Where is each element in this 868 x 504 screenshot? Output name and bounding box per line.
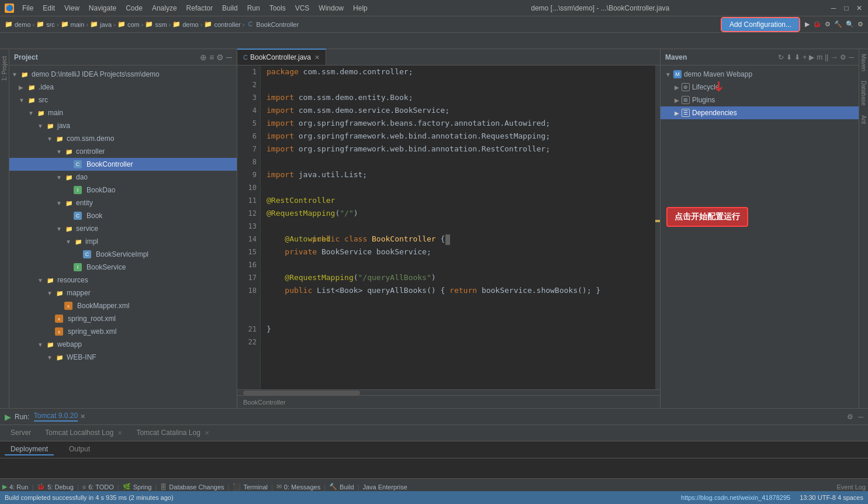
toolbar-eventlog-btn[interactable]: Event Log xyxy=(836,484,866,491)
menu-file[interactable]: File xyxy=(19,3,37,13)
settings-icon[interactable]: ⚙ xyxy=(216,53,224,62)
maven-run-icon[interactable]: ▶ xyxy=(809,53,814,61)
toolbar-todo-btn[interactable]: 6: TODO xyxy=(88,484,114,491)
maven-settings-icon[interactable]: ⚙ xyxy=(840,53,846,61)
bottom-tab-server[interactable]: Server xyxy=(5,427,37,439)
menu-help[interactable]: Help xyxy=(350,3,371,13)
menu-view[interactable]: View xyxy=(61,3,83,13)
subtab-output[interactable]: Output xyxy=(63,444,96,455)
toolbar-run-icon[interactable]: ▶ xyxy=(2,483,7,491)
maven-item-webapp[interactable]: ▼ M demo Maven Webapp xyxy=(660,68,859,81)
window-controls[interactable]: ─ □ ✕ xyxy=(829,4,863,12)
menu-build[interactable]: Build xyxy=(219,3,241,13)
toolbar-debug-icon[interactable]: 🐞 xyxy=(37,483,45,491)
tree-item-mapper[interactable]: ▼ 📁 mapper xyxy=(9,286,237,299)
run-play-icon[interactable]: ▶ xyxy=(5,412,11,422)
tree-item-bookmapper-xml[interactable]: x BookMapper.xml xyxy=(9,299,237,312)
debug-button[interactable]: 🐞 xyxy=(813,20,821,28)
side-tab-database[interactable]: Database xyxy=(859,76,868,111)
tree-item-main[interactable]: ▼ 📁 main xyxy=(9,106,237,119)
run-minimize-icon[interactable]: ─ xyxy=(858,413,863,421)
maven-close-icon[interactable]: ─ xyxy=(849,53,854,61)
minimize-button[interactable]: ─ xyxy=(829,4,838,12)
toolbar-spring-btn[interactable]: Spring xyxy=(133,484,152,491)
maven-m-icon[interactable]: m xyxy=(817,53,822,61)
breadcrumb-src[interactable]: src xyxy=(46,21,55,28)
code-content[interactable]: package com.ssm.demo.controller; import … xyxy=(261,65,660,389)
close-button[interactable]: ✕ xyxy=(855,4,863,12)
maven-item-plugins[interactable]: ▶ ⊞ Plugins xyxy=(660,94,859,106)
bottom-tab-tomcat-catalina[interactable]: Tomcat Catalina Log ✕ xyxy=(130,427,215,439)
maven-refresh-icon[interactable]: ↻ xyxy=(778,53,784,61)
menu-bar[interactable]: File Edit View Navigate Code Analyze Ref… xyxy=(19,3,371,13)
menu-tools[interactable]: Tools xyxy=(266,3,289,13)
menu-refactor[interactable]: Refactor xyxy=(183,3,216,13)
toolbar-run-btn[interactable]: 4: Run xyxy=(9,484,28,491)
side-tab-ant[interactable]: Ant xyxy=(859,111,868,129)
tree-item-bookcontroller[interactable]: C BookController xyxy=(9,158,237,171)
subtab-deployment[interactable]: Deployment xyxy=(5,444,54,455)
menu-analyze[interactable]: Analyze xyxy=(148,3,181,13)
maven-download-icon[interactable]: ⬇ xyxy=(786,53,792,61)
bottom-tab-localhost-close[interactable]: ✕ xyxy=(117,430,122,436)
tree-item-entity[interactable]: ▼ 📁 entity xyxy=(9,196,237,209)
tree-item-webapp[interactable]: ▼ 📁 webapp xyxy=(9,338,237,351)
toolbar-terminal-btn[interactable]: Terminal xyxy=(243,484,268,491)
tree-item-service[interactable]: ▼ 📁 service xyxy=(9,222,237,235)
gear-icon[interactable]: ≡ xyxy=(209,53,214,62)
breadcrumb-controller[interactable]: controller xyxy=(214,21,240,28)
tab-close-icon[interactable]: ✕ xyxy=(314,54,320,61)
breadcrumb-class[interactable]: BookController xyxy=(256,21,299,28)
menu-code[interactable]: Code xyxy=(122,3,146,13)
tree-item-dao[interactable]: ▼ 📁 dao xyxy=(9,171,237,184)
breadcrumb-main[interactable]: main xyxy=(71,21,85,28)
maven-collapse-icon[interactable]: → xyxy=(831,53,838,61)
toolbar-debug-btn[interactable]: 5: Debug xyxy=(47,484,74,491)
menu-edit[interactable]: Edit xyxy=(39,3,58,13)
tree-item-com-ssm-demo[interactable]: ▼ 📁 com.ssm.demo xyxy=(9,132,237,145)
breadcrumb-java[interactable]: java xyxy=(100,21,112,28)
tree-item-controller[interactable]: ▼ 📁 controller xyxy=(9,145,237,158)
maven-item-lifecycle[interactable]: ▶ ⊚ Lifecycle xyxy=(660,81,859,94)
breadcrumb-com[interactable]: com xyxy=(127,21,140,28)
run-config-button[interactable]: ⚙ xyxy=(825,20,831,28)
bottom-tab-catalina-close[interactable]: ✕ xyxy=(205,430,209,436)
toolbar-messages-btn[interactable]: 0: Messages xyxy=(284,484,320,491)
build-button[interactable]: 🔨 xyxy=(834,20,842,28)
tree-item-demo-root[interactable]: ▼ 📁 demo D:\IntelliJ IDEA Projects\ssm\d… xyxy=(9,68,237,81)
tree-item-bookserviceimpl[interactable]: C BookServiceImpl xyxy=(9,248,237,261)
add-configuration-button[interactable]: Add Configuration... xyxy=(722,18,799,31)
project-panel-icons[interactable]: ⊕ ≡ ⚙ ─ xyxy=(200,53,232,62)
tree-item-spring-root-xml[interactable]: x spring_root.xml xyxy=(9,312,237,325)
breadcrumb-ssm[interactable]: ssm xyxy=(155,21,167,28)
maven-item-dependencies[interactable]: ▶ ☰ Dependencies xyxy=(660,106,859,119)
settings-button[interactable]: ⚙ xyxy=(857,20,863,28)
run-button[interactable]: ▶ xyxy=(805,20,810,28)
breadcrumb-demo[interactable]: demo xyxy=(15,21,31,28)
run-tab-close-icon[interactable]: ✕ xyxy=(80,413,85,420)
sidebar-tab-project[interactable]: 1: Project xyxy=(1,56,8,81)
side-tab-maven[interactable]: Maven xyxy=(859,49,868,76)
search-everywhere-button[interactable]: 🔍 xyxy=(846,20,854,28)
menu-window[interactable]: Window xyxy=(315,3,347,13)
toolbar-dbchanges-btn[interactable]: Database Changes xyxy=(169,484,224,491)
tab-bookcontroller[interactable]: C BookController.java ✕ xyxy=(237,49,326,65)
scrollbar-thumb[interactable] xyxy=(243,391,360,395)
run-settings-icon[interactable]: ⚙ xyxy=(847,413,853,421)
tree-item-impl[interactable]: ▼ 📁 impl xyxy=(9,235,237,248)
menu-vcs[interactable]: VCS xyxy=(292,3,313,13)
minimize-panel-icon[interactable]: ─ xyxy=(226,53,232,62)
bottom-tab-tomcat-localhost[interactable]: Tomcat Localhost Log ✕ xyxy=(39,427,128,439)
breadcrumb-demo2[interactable]: demo xyxy=(182,21,199,28)
run-tomcat-tab[interactable]: Tomcat 9.0.20 xyxy=(34,412,78,422)
tree-item-resources[interactable]: ▼ 📁 resources xyxy=(9,274,237,286)
maven-pause-icon[interactable]: || xyxy=(825,53,828,61)
toolbar-build-btn[interactable]: Build xyxy=(340,484,354,491)
tree-item-java[interactable]: ▼ 📁 java xyxy=(9,119,237,132)
tree-item-bookservice[interactable]: I BookService xyxy=(9,261,237,274)
menu-navigate[interactable]: Navigate xyxy=(85,3,120,13)
maven-add-icon[interactable]: + xyxy=(803,53,807,61)
tree-item-book[interactable]: C Book xyxy=(9,209,237,222)
tree-item-idea[interactable]: ▶ 📁 .idea xyxy=(9,81,237,94)
tree-item-src[interactable]: ▼ 📁 src xyxy=(9,94,237,106)
